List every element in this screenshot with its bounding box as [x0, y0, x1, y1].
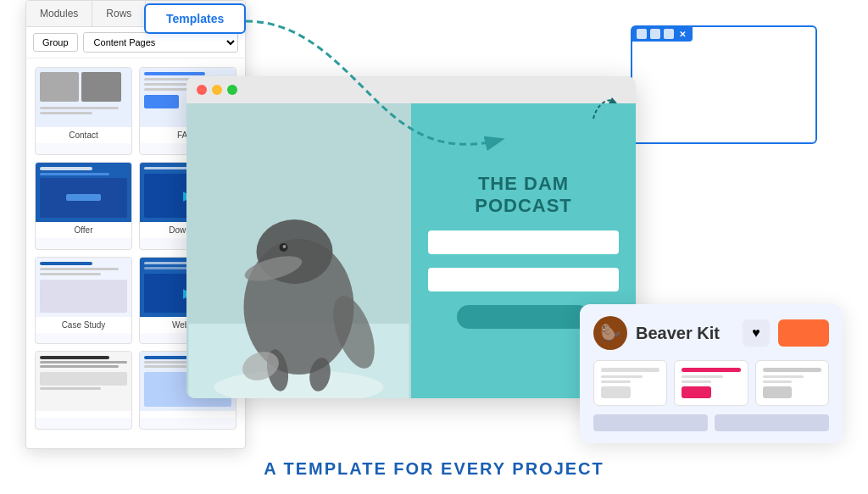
arrow-indicator	[585, 93, 619, 127]
list-item[interactable]	[755, 360, 829, 406]
podcast-input-2[interactable]	[428, 268, 619, 291]
list-item[interactable]: Contact	[35, 67, 132, 155]
footer-btn-1[interactable]	[593, 414, 708, 431]
template-label	[36, 411, 131, 418]
rect-toolbar: ✕	[632, 26, 693, 42]
content-pages-select[interactable]: Content Pages	[83, 32, 238, 53]
beaver-kit-card: 🦫 Beaver Kit ♥	[580, 304, 843, 443]
right-floating-rect: ✕	[631, 25, 817, 144]
tab-modules[interactable]: Modules	[26, 1, 92, 26]
list-item[interactable]	[593, 360, 667, 406]
tagline: A TEMPLATE FOR EVERY PROJECT	[0, 459, 868, 479]
template-thumb	[36, 352, 131, 411]
list-item[interactable]: Case Study	[35, 257, 132, 345]
svg-point-12	[283, 245, 287, 248]
beaver-kit-template-grid	[593, 360, 829, 406]
podcast-submit-button[interactable]	[457, 305, 591, 329]
template-label: Contact	[36, 127, 131, 143]
templates-tab[interactable]: Templates	[144, 3, 246, 34]
template-label: Offer	[36, 222, 131, 238]
beaver-kit-title: Beaver Kit	[636, 324, 734, 343]
close-icon: ✕	[677, 29, 687, 39]
podcast-image-panel	[186, 103, 411, 398]
beaver-kit-header: 🦫 Beaver Kit ♥	[593, 316, 829, 350]
beaver-logo: 🦫	[593, 316, 627, 350]
plus-icon	[637, 29, 647, 39]
podcast-title: THE DAM PODCAST	[428, 173, 619, 218]
maximize-dot	[227, 85, 237, 95]
beaver-emoji: 🦫	[600, 323, 621, 343]
tab-rows[interactable]: Rows	[92, 1, 146, 26]
list-item[interactable]	[674, 360, 748, 406]
browser-window: THE DAM PODCAST	[186, 76, 636, 398]
template-thumb	[36, 258, 131, 317]
beaver-kit-footer	[593, 414, 829, 431]
animal-svg	[186, 103, 411, 398]
link-icon	[664, 29, 674, 39]
list-item[interactable]	[35, 351, 132, 430]
podcast-input-1[interactable]	[428, 230, 619, 254]
minimize-dot	[212, 85, 222, 95]
template-label: Case Study	[36, 317, 131, 333]
browser-titlebar	[186, 76, 636, 103]
browser-content: THE DAM PODCAST	[186, 103, 636, 398]
close-dot	[197, 85, 207, 95]
footer-btn-2[interactable]	[715, 414, 829, 431]
template-label	[140, 411, 236, 418]
group-button[interactable]: Group	[33, 33, 78, 52]
grid-icon	[650, 29, 660, 39]
heart-button[interactable]: ♥	[743, 319, 770, 347]
orange-action-button[interactable]	[778, 319, 829, 347]
template-thumb	[36, 68, 131, 127]
template-thumb	[36, 163, 131, 222]
list-item[interactable]: Offer	[35, 162, 132, 250]
